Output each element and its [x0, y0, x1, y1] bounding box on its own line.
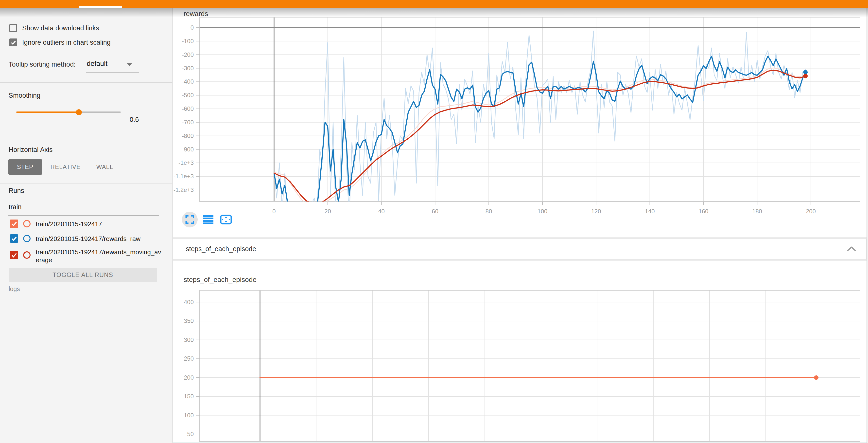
settings-sidebar: Show data download links Ignore outliers…: [0, 8, 173, 443]
slider-fill: [16, 112, 79, 113]
divider: [0, 183, 173, 184]
horizontal-axis-wall-button[interactable]: WALL: [89, 159, 121, 175]
data-table-button[interactable]: [201, 212, 215, 228]
steps-section-title: steps_of_each_episode: [186, 245, 256, 253]
chart-bottom-edge: [173, 442, 867, 443]
horizontal-axis-relative-button[interactable]: RELATIVE: [48, 159, 83, 175]
run-radio-3[interactable]: [23, 252, 31, 259]
run-label-3: train/20201015-192417/rewards_moving_ave…: [36, 248, 161, 264]
tensorboard-scalars-page: { "header": { "active_tab_indicator": "S…: [0, 0, 868, 443]
app-bar: [0, 0, 868, 8]
fit-to-data-icon: [220, 214, 232, 225]
rewards-chart-title: rewards: [184, 10, 208, 18]
divider: [0, 139, 173, 139]
horizontal-axis-label: Horizontal Axis: [9, 146, 53, 154]
tooltip-sorting-select[interactable]: default: [87, 60, 107, 67]
smoothing-slider[interactable]: [16, 109, 122, 115]
expand-chart-button[interactable]: [182, 212, 198, 228]
chevron-up-icon: [846, 246, 857, 252]
run-label-2: train/20201015-192417/rewards_raw: [36, 235, 164, 243]
chart-toolbar: [182, 211, 233, 228]
smoothing-label: Smoothing: [9, 92, 40, 99]
collapse-section-button[interactable]: [843, 243, 860, 255]
run-filter-underline: [8, 215, 159, 216]
slider-handle[interactable]: [76, 109, 82, 115]
run-radio-1[interactable]: [23, 220, 31, 228]
run-checkbox-2[interactable]: [10, 234, 18, 243]
logs-path-label: logs: [9, 285, 20, 293]
tooltip-sorting-label: Tooltip sorting method:: [9, 61, 76, 68]
run-checkbox-1[interactable]: [10, 219, 18, 228]
check-icon: [10, 39, 17, 46]
toggle-all-runs-button[interactable]: TOGGLE ALL RUNS: [9, 268, 157, 282]
horizontal-axis-step-button[interactable]: STEP: [8, 159, 42, 175]
divider: [0, 82, 173, 83]
runs-label: Runs: [9, 187, 24, 195]
check-icon: [10, 235, 18, 242]
run-radio-2[interactable]: [23, 235, 31, 242]
dropdown-arrow-icon: [127, 63, 132, 66]
steps-card: [173, 261, 867, 443]
show-download-links-checkbox[interactable]: [9, 24, 17, 32]
steps-chart-title: steps_of_each_episode: [184, 276, 256, 284]
fullscreen-icon: [185, 215, 194, 224]
ignore-outliers-label: Ignore outliers in chart scaling: [22, 39, 111, 47]
page-scrollbar[interactable]: [867, 8, 868, 443]
show-download-links-label: Show data download links: [22, 24, 99, 32]
ignore-outliers-checkbox[interactable]: [9, 38, 17, 47]
run-label-1: train/20201015-192417: [36, 220, 164, 228]
active-tab-indicator: [79, 6, 122, 8]
check-icon: [10, 252, 18, 259]
run-filter-input[interactable]: train: [9, 203, 22, 211]
run-checkbox-3[interactable]: [10, 251, 18, 259]
rewards-card: [173, 8, 867, 237]
smoothing-input-underline: [128, 126, 160, 126]
fit-domain-button[interactable]: [219, 212, 233, 228]
smoothing-input[interactable]: 0.6: [130, 116, 139, 124]
check-icon: [10, 220, 18, 228]
tooltip-sorting-underline: [86, 72, 139, 73]
rows-icon: [203, 215, 213, 224]
steps-section-header[interactable]: [173, 238, 867, 260]
